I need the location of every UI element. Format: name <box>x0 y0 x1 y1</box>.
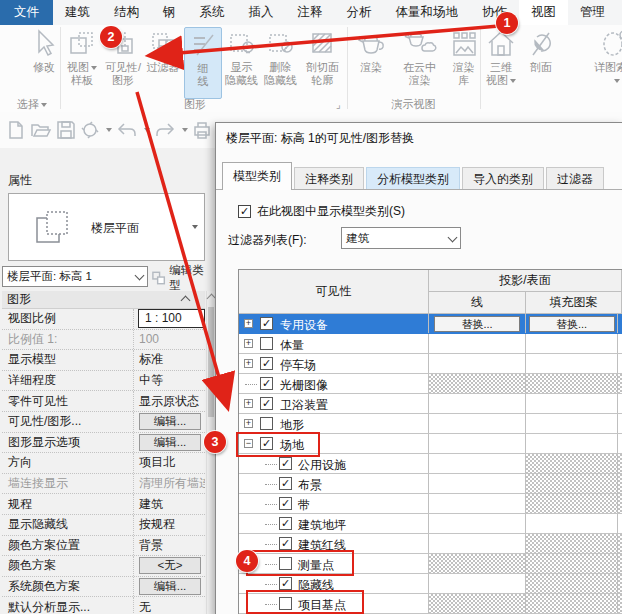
app-tab-管理[interactable]: 管理 <box>568 0 617 25</box>
remove-hidden-lines-button[interactable]: 删除隐藏线 <box>261 27 300 97</box>
redo-icon[interactable] <box>154 120 176 140</box>
property-edit-button[interactable]: <无> <box>139 557 201 574</box>
scrollbar-thumb[interactable] <box>208 307 214 417</box>
app-tab-插入[interactable]: 插入 <box>237 0 286 25</box>
section-button[interactable]: 剖面 <box>523 27 559 97</box>
dialog-tab-过滤器[interactable]: 过滤器 <box>546 167 604 190</box>
3d-view-button[interactable]: 三维视图 <box>483 27 519 97</box>
expand-icon[interactable]: + <box>244 399 253 408</box>
render-button[interactable]: 渲染 <box>350 27 392 97</box>
filters-button[interactable]: 过滤器 <box>144 27 182 97</box>
app-tab-系统[interactable]: 系统 <box>188 0 237 25</box>
category-checkbox[interactable]: ✓ <box>279 517 292 530</box>
chevron-down-icon[interactable] <box>106 128 112 132</box>
cut-profile-button[interactable]: 剖切面轮廓 <box>300 27 345 97</box>
save-file-icon[interactable] <box>56 120 76 140</box>
category-checkbox[interactable]: ✓ <box>260 397 273 410</box>
category-checkbox[interactable]: ✓ <box>260 357 273 370</box>
section-header-graphics[interactable]: 图形 <box>2 291 205 309</box>
expand-icon[interactable]: + <box>244 339 253 348</box>
filter-list-value: 建筑 <box>346 231 369 246</box>
visibility-cell: +✓停车场 <box>239 354 429 373</box>
edit-type-button[interactable]: 编辑类型 <box>151 266 213 290</box>
new-file-icon[interactable] <box>6 120 26 140</box>
expand-icon[interactable]: + <box>244 319 253 328</box>
category-row-布景[interactable]: ✓布景 <box>239 474 622 494</box>
property-rows: 视图比例1 : 100比例值 1:100显示模型标准详细程度中等零件可见性显示原… <box>2 309 205 614</box>
filter-list-combo[interactable]: 建筑 <box>341 227 461 249</box>
category-checkbox[interactable]: ✓ <box>279 457 292 470</box>
render-gallery-button[interactable]: 渲染库 <box>447 27 480 97</box>
dialog-tab-注释类别[interactable]: 注释类别 <box>294 167 364 190</box>
dialog-tab-导入的类别[interactable]: 导入的类别 <box>462 167 544 190</box>
type-selector[interactable]: 楼层平面 <box>8 193 205 261</box>
sync-model-icon[interactable] <box>80 120 100 140</box>
app-tab-结构[interactable]: 结构 <box>102 0 151 25</box>
show-model-categories-checkbox[interactable]: ✓ <box>238 205 251 218</box>
render-teapot-icon <box>355 27 387 61</box>
category-checkbox[interactable]: ✓ <box>260 317 273 330</box>
category-checkbox[interactable]: ✓ <box>260 377 273 390</box>
clipped-cell <box>618 354 622 373</box>
property-editor[interactable]: 1 : 100 <box>138 309 205 328</box>
expand-icon[interactable]: + <box>244 359 253 368</box>
show-model-categories-row[interactable]: ✓ 在此视图中显示模型类别(S) <box>238 203 405 220</box>
thin-lines-button[interactable]: 细线 <box>184 27 222 99</box>
category-row-停车场[interactable]: +✓停车场 <box>239 354 622 374</box>
property-edit-button[interactable]: 编辑... <box>139 578 201 595</box>
view-template-button[interactable]: 视图样板 <box>62 27 102 97</box>
app-tab-建筑[interactable]: 建筑 <box>53 0 102 25</box>
render-in-cloud-icon <box>403 27 437 61</box>
panel-label-select[interactable]: 选择 <box>6 97 58 111</box>
category-row-建筑地坪[interactable]: ✓建筑地坪 <box>239 514 622 534</box>
modify-button[interactable]: 修改 <box>26 27 62 97</box>
show-hidden-lines-button[interactable]: 显示隐藏线 <box>222 27 261 97</box>
app-tab-体量和场地[interactable]: 体量和场地 <box>384 0 471 25</box>
render-in-cloud-button[interactable]: 在云中渲染 <box>392 27 447 97</box>
property-edit-button[interactable]: 编辑... <box>139 434 201 451</box>
category-checkbox[interactable]: ✓ <box>279 537 292 550</box>
app-tab-钢[interactable]: 钢 <box>151 0 188 25</box>
category-row-带[interactable]: ✓带 <box>239 494 622 514</box>
app-tab-文件[interactable]: 文件 <box>0 0 53 25</box>
category-row-专用设备[interactable]: +✓专用设备替换...替换... <box>239 314 622 334</box>
dialog-tab-模型类别[interactable]: 模型类别 <box>222 162 292 190</box>
patterns-cell <box>526 534 618 553</box>
category-checkbox[interactable]: ✓ <box>279 477 292 490</box>
instance-selector-combo[interactable]: 楼层平面: 标高 1 <box>2 266 148 287</box>
category-row-卫浴装置[interactable]: +✓卫浴装置 <box>239 394 622 414</box>
category-row-体量[interactable]: +体量 <box>239 334 622 354</box>
chevron-down-icon[interactable] <box>182 128 188 132</box>
category-label: 卫浴装置 <box>280 397 328 414</box>
lines-cell <box>429 374 526 393</box>
property-row: 比例值 1:100 <box>2 330 205 351</box>
property-value: 项目北 <box>134 453 205 473</box>
app-tab-注释[interactable]: 注释 <box>286 0 335 25</box>
property-edit-button[interactable]: 编辑... <box>139 413 201 430</box>
category-row-光栅图像[interactable]: ✓光栅图像 <box>239 374 622 394</box>
print-icon[interactable] <box>192 120 212 140</box>
undo-icon[interactable] <box>116 120 138 140</box>
category-checkbox[interactable]: ✓ <box>279 577 292 590</box>
chevron-down-icon[interactable] <box>144 128 150 132</box>
step-badge-3: 3 <box>204 431 226 453</box>
override-button[interactable]: 替换... <box>529 316 615 332</box>
dialog-tab-分析模型类别[interactable]: 分析模型类别 <box>366 167 460 190</box>
category-checkbox[interactable] <box>260 417 273 430</box>
dialog-launcher-icon[interactable]: ⌟ <box>336 99 341 110</box>
app-tab-视图[interactable]: 视图 <box>519 0 568 25</box>
view-template-icon <box>67 27 97 61</box>
app-tab-附加模块[interactable]: 附加模块 <box>617 0 622 25</box>
filters-icon <box>148 27 178 61</box>
category-row-公用设施[interactable]: ✓公用设施 <box>239 454 622 474</box>
chevron-down-icon <box>510 79 516 83</box>
expand-icon[interactable]: + <box>244 419 253 428</box>
app-tab-分析[interactable]: 分析 <box>335 0 384 25</box>
callout-button[interactable]: 详图索引 <box>592 27 622 97</box>
category-checkbox[interactable]: ✓ <box>279 497 292 510</box>
category-checkbox[interactable] <box>260 337 273 350</box>
category-row-地形[interactable]: +地形 <box>239 414 622 434</box>
collapse-icon <box>181 296 191 306</box>
open-file-icon[interactable] <box>30 120 52 140</box>
override-button[interactable]: 替换... <box>434 316 520 332</box>
